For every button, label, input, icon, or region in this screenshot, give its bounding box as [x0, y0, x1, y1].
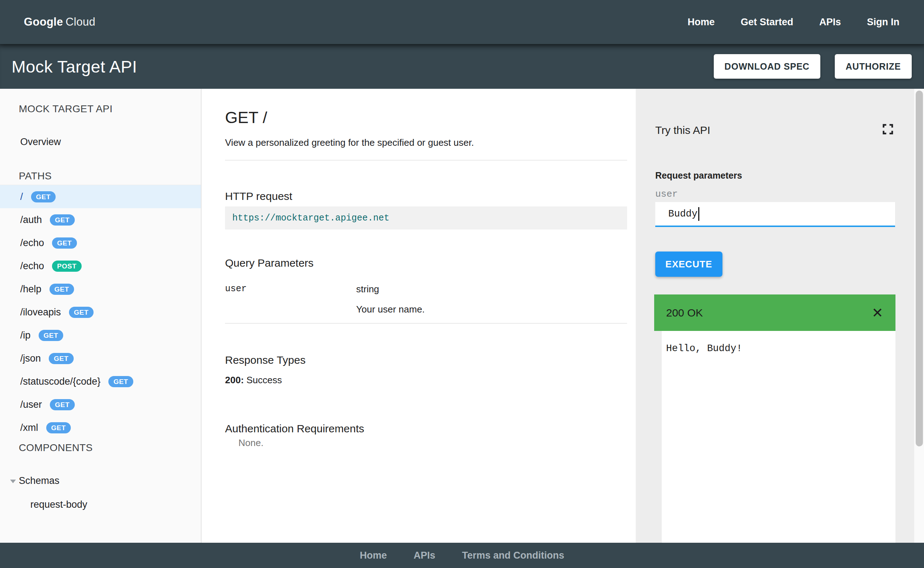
- method-badge-get: GET: [49, 353, 74, 364]
- response-types-heading: Response Types: [225, 354, 306, 366]
- path-label: /ip: [20, 330, 31, 341]
- page-footer: Home APIs Terms and Conditions: [0, 543, 924, 568]
- try-this-api-panel: Try this API Request parameters user Bud…: [636, 89, 914, 543]
- method-badge-get: GET: [108, 376, 133, 387]
- text-cursor: [698, 207, 699, 221]
- page-title: Mock Target API: [12, 57, 137, 77]
- method-badge-get: GET: [50, 284, 74, 295]
- query-param-description: Your user name.: [356, 304, 425, 315]
- sidebar-api-title: MOCK TARGET API: [19, 103, 113, 115]
- sidebar-path-list: / GET /auth GET /echo GET /echo POST /he…: [0, 185, 201, 439]
- query-param-type: string: [356, 284, 379, 295]
- path-label: /echo: [20, 261, 44, 272]
- method-badge-get: GET: [52, 237, 77, 249]
- execute-button[interactable]: EXECUTE: [655, 252, 723, 277]
- main-content: GET / View a personalized greeting for t…: [201, 89, 636, 543]
- nav-get-started[interactable]: Get Started: [741, 17, 793, 28]
- response-body-text: Hello, Buddy!: [666, 343, 742, 354]
- fullscreen-icon[interactable]: [882, 123, 894, 136]
- response-type-entry: 200: Success: [225, 375, 282, 386]
- sidebar-item-echo-get[interactable]: /echo GET: [0, 231, 201, 254]
- footer-terms-link[interactable]: Terms and Conditions: [462, 550, 564, 561]
- logo-google-text: Google: [24, 15, 63, 28]
- response-body-box: Hello, Buddy!: [662, 331, 895, 543]
- sidebar-components-heading: COMPONENTS: [19, 442, 93, 453]
- sidebar-item-xml-get[interactable]: /xml GET: [0, 416, 201, 439]
- page-scrollbar-thumb[interactable]: [916, 91, 923, 446]
- sidebar-item-iloveapis-get[interactable]: /iloveapis GET: [0, 301, 201, 324]
- response-text: Success: [246, 375, 282, 385]
- sidebar-item-ip-get[interactable]: /ip GET: [0, 324, 201, 347]
- sidebar-item-request-body[interactable]: request-body: [30, 499, 88, 510]
- user-param-value: Buddy: [668, 208, 698, 219]
- path-label: /iloveapis: [20, 307, 61, 318]
- top-navbar: GoogleCloud Home Get Started APIs Sign I…: [0, 0, 924, 44]
- chevron-down-icon[interactable]: [10, 480, 16, 483]
- page-header: Mock Target API DOWNLOAD SPEC AUTHORIZE: [0, 44, 924, 89]
- divider: [225, 160, 627, 160]
- sidebar-item-user-get[interactable]: /user GET: [0, 393, 201, 416]
- sidebar-item-statuscode-get[interactable]: /statuscode/{code} GET: [0, 370, 201, 393]
- header-buttons: DOWNLOAD SPEC AUTHORIZE: [714, 54, 912, 79]
- sidebar-item-help-get[interactable]: /help GET: [0, 278, 201, 301]
- topnav-links: Home Get Started APIs Sign In: [688, 17, 900, 28]
- sidebar-paths-heading: PATHS: [19, 170, 52, 182]
- sidebar-item-auth-get[interactable]: /auth GET: [0, 208, 201, 231]
- path-label: /auth: [20, 215, 42, 225]
- auth-requirements-value: None.: [238, 437, 264, 449]
- method-badge-get: GET: [69, 307, 94, 318]
- page-scrollbar-track[interactable]: [914, 89, 924, 543]
- user-param-input[interactable]: Buddy: [655, 202, 895, 227]
- footer-home-link[interactable]: Home: [360, 550, 387, 561]
- http-request-url-box: https://mocktarget.apigee.net: [225, 206, 627, 230]
- operation-description: View a personalized greeting for the spe…: [225, 137, 474, 148]
- operation-title: GET /: [225, 108, 267, 127]
- method-badge-get: GET: [31, 191, 56, 202]
- http-request-url: https://mocktarget.apigee.net: [232, 213, 389, 224]
- query-parameters-heading: Query Parameters: [225, 257, 314, 269]
- footer-apis-link[interactable]: APIs: [414, 550, 435, 561]
- response-status-bar: 200 OK ✕: [654, 295, 895, 331]
- try-panel-title: Try this API: [655, 124, 710, 136]
- auth-requirements-heading: Authentication Requirements: [225, 423, 364, 435]
- request-parameters-label: Request parameters: [655, 170, 742, 181]
- response-status-text: 200 OK: [666, 307, 703, 319]
- user-param-label: user: [655, 189, 678, 199]
- query-param-name: user: [225, 284, 247, 294]
- nav-home[interactable]: Home: [688, 17, 715, 28]
- sidebar-item-root-get[interactable]: / GET: [0, 185, 201, 208]
- path-label: /user: [20, 399, 42, 410]
- path-label: /json: [20, 353, 41, 364]
- path-label: /echo: [20, 237, 44, 249]
- path-label: /statuscode/{code}: [20, 376, 100, 387]
- sidebar-item-overview[interactable]: Overview: [20, 136, 61, 148]
- close-icon[interactable]: ✕: [872, 295, 883, 331]
- path-label: /help: [20, 284, 42, 295]
- download-spec-button[interactable]: DOWNLOAD SPEC: [714, 54, 820, 79]
- method-badge-get: GET: [50, 215, 75, 225]
- google-cloud-logo[interactable]: GoogleCloud: [24, 15, 95, 29]
- nav-apis[interactable]: APIs: [819, 17, 841, 28]
- method-badge-get: GET: [46, 422, 71, 434]
- authorize-button[interactable]: AUTHORIZE: [835, 54, 912, 79]
- path-label: /xml: [20, 422, 38, 434]
- http-request-heading: HTTP request: [225, 190, 292, 202]
- response-code: 200:: [225, 375, 244, 385]
- logo-cloud-text: Cloud: [66, 15, 96, 28]
- divider: [225, 323, 627, 324]
- method-badge-post: POST: [52, 261, 82, 272]
- path-label: /: [20, 191, 23, 202]
- method-badge-get: GET: [39, 330, 64, 341]
- sidebar-item-json-get[interactable]: /json GET: [0, 347, 201, 370]
- method-badge-get: GET: [50, 399, 75, 410]
- sidebar-item-schemas[interactable]: Schemas: [19, 475, 60, 486]
- nav-sign-in[interactable]: Sign In: [867, 17, 900, 28]
- sidebar-item-echo-post[interactable]: /echo POST: [0, 254, 201, 278]
- sidebar: MOCK TARGET API Overview PATHS / GET /au…: [0, 89, 201, 543]
